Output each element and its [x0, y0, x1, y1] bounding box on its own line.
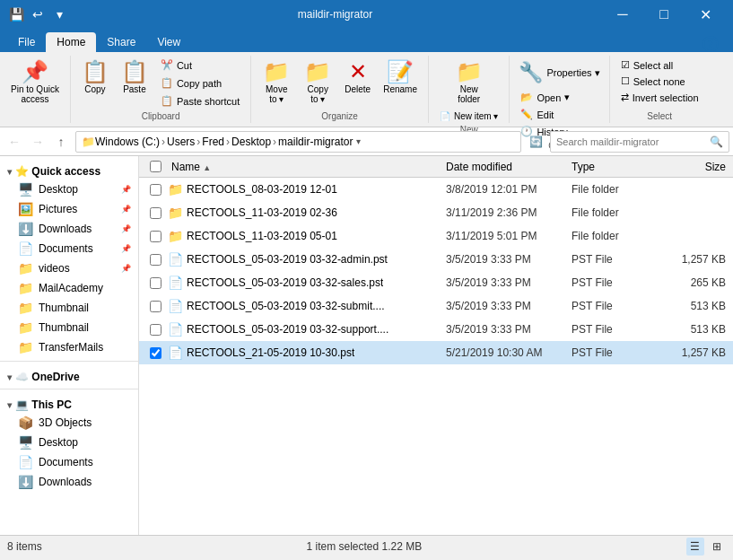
select-none-button[interactable]: ☐ Select none [615, 74, 704, 89]
undo-btn[interactable]: ↩ [29, 5, 47, 23]
quick-dropdown-btn[interactable]: ▾ [50, 5, 68, 23]
pin-to-quick-access-button[interactable]: 📌 Pin to Quickaccess [5, 57, 65, 108]
row-checkbox-5[interactable] [150, 301, 161, 312]
refresh-button[interactable]: 🔄 [525, 131, 546, 153]
paste-shortcut-button[interactable]: 📋 Paste shortcut [155, 93, 245, 109]
table-row[interactable]: 📁 RECTOOLS_08-03-2019 12-01 3/8/2019 12:… [139, 178, 733, 201]
sidebar-divider-1 [0, 361, 138, 362]
row-checkbox-6[interactable] [150, 324, 161, 336]
table-row[interactable]: 📄 RECTOOLS_05-03-2019 03-32-admin.pst 3/… [139, 248, 733, 271]
up-button[interactable]: ↑ [50, 131, 72, 153]
clipboard-small-group: ✂️ Cut 📋 Copy path 📋 Paste shortcut [155, 57, 245, 109]
open-icon: 📂 [520, 92, 533, 103]
select-all-button[interactable]: ☑ Select all [615, 57, 704, 73]
help-button[interactable]: ? [702, 36, 719, 52]
sidebar-item-3dobjects[interactable]: 📦 3D Objects [0, 413, 138, 433]
sidebar-item-downloads-pc[interactable]: ⬇️ Downloads [0, 472, 138, 492]
tab-home[interactable]: Home [46, 32, 96, 52]
header-name[interactable]: Name ▲ [168, 161, 442, 173]
address-bar[interactable]: 📁 Windows (C:) › Users › Fred › Desktop … [75, 131, 521, 153]
sidebar-item-downloads[interactable]: ⬇️ Downloads 📌 [0, 219, 138, 239]
sidebar-item-videos[interactable]: 📁 videos 📌 [0, 258, 138, 278]
tab-share[interactable]: Share [96, 32, 146, 52]
header-size[interactable]: Size [658, 161, 729, 173]
title-bar: 💾 ↩ ▾ maildir-migrator ─ □ ✕ [0, 0, 733, 29]
thispc-label: 💻 This PC [15, 398, 72, 411]
maximize-button[interactable]: □ [643, 0, 685, 29]
rename-icon: 📝 [387, 61, 414, 83]
row-checkbox-3[interactable] [150, 254, 161, 266]
pictures-icon: 🖼️ [18, 202, 33, 216]
tab-view[interactable]: View [146, 32, 191, 52]
copy-path-label: Copy path [177, 78, 222, 89]
invert-selection-button[interactable]: ⇄ Invert selection [615, 90, 704, 105]
cut-button[interactable]: ✂️ Cut [155, 57, 245, 73]
select-all-checkbox[interactable] [150, 161, 161, 172]
file-name-cell: 📄 RECTOOLS_05-03-2019 03-32-sales.pst [168, 276, 442, 290]
table-row[interactable]: 📁 RECTOOLS_11-03-2019 05-01 3/11/2019 5:… [139, 224, 733, 248]
header-date[interactable]: Date modified [442, 161, 568, 173]
delete-button[interactable]: ✕ Delete [339, 57, 376, 98]
sidebar-item-desktop-pc[interactable]: 🖥️ Desktop [0, 433, 138, 452]
copy-button[interactable]: 📋 Copy [76, 57, 114, 98]
properties-button[interactable]: 🔧 Properties ▾ [515, 57, 603, 88]
row-checkbox-2[interactable] [150, 231, 161, 242]
sidebar-item-documents-pc[interactable]: 📄 Documents [0, 452, 138, 472]
sidebar-item-documents[interactable]: 📄 Documents 📌 [0, 239, 138, 258]
onedrive-header[interactable]: ▾ ☁️ OneDrive [0, 365, 138, 385]
copy-label: Copy [84, 84, 105, 94]
sidebar-item-thumbnail2[interactable]: 📁 Thumbnail [0, 318, 138, 337]
row-checkbox-7[interactable] [150, 347, 161, 359]
edit-label: Edit [537, 109, 554, 120]
quick-access-header[interactable]: ▾ ⭐ Quick access [0, 160, 138, 179]
sidebar-item-desktop[interactable]: 🖥️ Desktop 📌 [0, 179, 138, 199]
search-input[interactable] [556, 136, 706, 147]
new-item-button[interactable]: 📄 New item ▾ [434, 109, 503, 123]
new-folder-button[interactable]: 📁 Newfolder [434, 57, 503, 108]
file-name: RECTOOLS_08-03-2019 12-01 [187, 183, 337, 196]
sidebar-item-mailacademy[interactable]: 📁 MailAcademy [0, 278, 138, 298]
tab-file[interactable]: File [7, 32, 46, 52]
minimize-button[interactable]: ─ [602, 0, 643, 29]
sidebar-item-pictures[interactable]: 🖼️ Pictures 📌 [0, 199, 138, 219]
sidebar: ▾ ⭐ Quick access 🖥️ Desktop 📌 🖼️ Picture… [0, 156, 139, 535]
pictures-label: Pictures [39, 203, 77, 215]
sidebar-item-thumbnail1[interactable]: 📁 Thumbnail [0, 298, 138, 318]
edit-button[interactable]: ✏️ Edit [515, 107, 603, 122]
row-checkbox-1[interactable] [150, 207, 161, 219]
copy-path-button[interactable]: 📋 Copy path [155, 75, 245, 91]
quick-save-btn[interactable]: 💾 [7, 5, 25, 23]
sidebar-item-transfermails[interactable]: 📁 TransferMails [0, 337, 138, 357]
header-type[interactable]: Type [568, 161, 658, 173]
table-row[interactable]: 📄 RECTOOLS_21-05-2019 10-30.pst 5/21/201… [139, 341, 733, 364]
back-button[interactable]: ← [4, 131, 25, 153]
open-button[interactable]: 📂 Open ▾ [515, 90, 603, 105]
file-date: 3/5/2019 3:33 PM [442, 253, 568, 266]
view-icons-button[interactable]: ⊞ [708, 538, 726, 556]
thispc-header[interactable]: ▾ 💻 This PC [0, 393, 138, 413]
search-box[interactable]: 🔍 [550, 131, 729, 153]
table-row[interactable]: 📄 RECTOOLS_05-03-2019 03-32-sales.pst 3/… [139, 271, 733, 294]
move-to-button[interactable]: 📁 Moveto ▾ [257, 57, 296, 108]
file-name-cell: 📄 RECTOOLS_05-03-2019 03-32-submit.... [168, 299, 442, 313]
table-row[interactable]: 📄 RECTOOLS_05-03-2019 03-32-support.... … [139, 318, 733, 341]
forward-button[interactable]: → [27, 131, 48, 153]
paste-button[interactable]: 📋 Paste [116, 57, 153, 98]
view-details-button[interactable]: ☰ [686, 538, 704, 556]
copy-to-label: Copyto ▾ [308, 84, 328, 104]
copy-to-button[interactable]: 📁 Copyto ▾ [298, 57, 337, 108]
search-icon: 🔍 [710, 136, 723, 148]
thumbnail1-icon: 📁 [18, 301, 33, 315]
file-name-cell: 📄 RECTOOLS_05-03-2019 03-32-admin.pst [168, 252, 442, 267]
table-row[interactable]: 📄 RECTOOLS_05-03-2019 03-32-submit.... 3… [139, 294, 733, 318]
documents-pc-icon: 📄 [18, 455, 33, 469]
rename-button[interactable]: 📝 Rename [378, 57, 423, 98]
file-type: File folder [568, 206, 658, 219]
row-checkbox-4[interactable] [150, 277, 161, 289]
downloads-pc-label: Downloads [39, 476, 92, 488]
ribbon-tabs: File Home Share View ? [0, 29, 733, 52]
row-checkbox-0[interactable] [150, 184, 161, 196]
table-row[interactable]: 📁 RECTOOLS_11-03-2019 02-36 3/11/2019 2:… [139, 201, 733, 224]
new-content: 📁 Newfolder 📄 New item ▾ [434, 57, 503, 123]
close-button[interactable]: ✕ [685, 0, 726, 29]
